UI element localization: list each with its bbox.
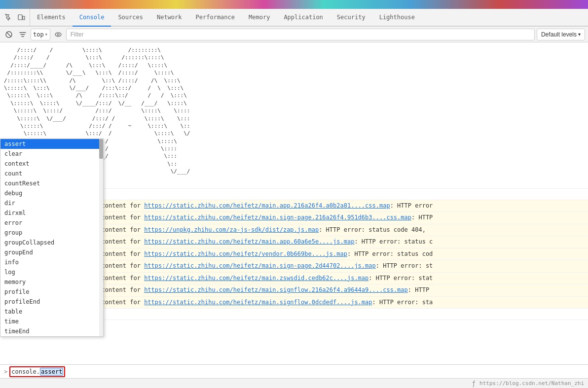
autocomplete-item[interactable]: count — [0, 169, 103, 178]
clear-console-button[interactable] — [3, 29, 15, 40]
tab-console[interactable]: Console — [73, 9, 111, 27]
error-link[interactable]: https://unpkg.zhihu.com/za-js-sdk/dist/z… — [144, 226, 319, 233]
input-prefix: console. — [11, 368, 40, 375]
device-toolbar-button[interactable] — [16, 12, 27, 23]
input-prompt: > — [4, 368, 7, 375]
main-content: /::::/ / \::::\ /::::::::\ /::::/ / \:::… — [0, 42, 588, 364]
autocomplete-item[interactable]: time — [0, 317, 103, 326]
autocomplete-item[interactable]: context — [0, 159, 103, 169]
tab-performance[interactable]: Performance — [189, 9, 242, 27]
tab-security[interactable]: Security — [330, 9, 372, 27]
tab-elements[interactable]: Elements — [30, 9, 73, 27]
autocomplete-item[interactable]: groupEnd — [0, 247, 103, 257]
autocomplete-item[interactable]: dir — [0, 198, 103, 208]
error-link[interactable]: https://static.zhihu.com/heifetz/main.si… — [144, 214, 411, 221]
error-link[interactable]: https://static.zhihu.com/heifetz/main.ap… — [144, 238, 354, 245]
context-value: top — [33, 31, 44, 38]
autocomplete-item[interactable]: dirxml — [0, 208, 103, 218]
autocomplete-item[interactable]: assert — [0, 139, 103, 149]
eye-button[interactable] — [52, 29, 64, 40]
console-toolbar: top ▾ Default levels ▾ — [0, 27, 588, 42]
autocomplete-item[interactable]: group — [0, 228, 103, 238]
tab-lighthouse[interactable]: Lighthouse — [372, 9, 422, 27]
tab-icons — [0, 9, 30, 26]
console-input-bar: > console.assert — [0, 364, 588, 378]
svg-rect-1 — [23, 16, 25, 20]
svg-point-5 — [57, 34, 59, 35]
input-highlighted-word: assert — [40, 368, 63, 376]
context-selector[interactable]: top ▾ — [31, 29, 50, 40]
devtools-tabs: Elements Console Sources Network Perform… — [0, 9, 588, 27]
log-levels-button[interactable]: Default levels ▾ — [537, 29, 585, 40]
autocomplete-item[interactable]: info — [0, 257, 103, 267]
error-link[interactable]: https://static.zhihu.com/heifetz/main.ap… — [144, 202, 390, 209]
autocomplete-list[interactable]: assertclearcontextcountcountResetdebugdi… — [0, 139, 104, 337]
chevron-down-icon: ▾ — [45, 32, 48, 37]
autocomplete-item[interactable]: debug — [0, 188, 103, 198]
autocomplete-item[interactable]: profile — [0, 287, 103, 297]
svg-point-4 — [55, 33, 61, 36]
error-link[interactable]: https://static.zhihu.com/heifetz/main.si… — [144, 299, 372, 306]
autocomplete-item[interactable]: error — [0, 218, 103, 228]
tab-application[interactable]: Application — [277, 9, 330, 27]
error-link[interactable]: https://static.zhihu.com/heifetz/main.zs… — [144, 275, 368, 282]
autocomplete-dropdown: assertclearcontextcountcountResetdebugdi… — [0, 139, 104, 337]
autocomplete-item[interactable]: countReset — [0, 178, 103, 188]
input-box[interactable]: console.assert — [9, 366, 65, 377]
error-link[interactable]: https://static.zhihu.com/heifetz/vendor.… — [144, 250, 347, 257]
error-link[interactable]: https://static.zhihu.com/heifetz/main.si… — [144, 262, 376, 269]
tab-network[interactable]: Network — [150, 9, 189, 27]
tab-sources[interactable]: Sources — [111, 9, 150, 27]
status-link[interactable]: https://blog.csdn.net/Nathan_zhi — [479, 380, 584, 387]
error-link[interactable]: https://static.zhihu.com/heifetz/main.si… — [144, 286, 408, 293]
autocomplete-item[interactable]: table — [0, 307, 103, 317]
svg-line-3 — [7, 33, 11, 36]
top-banner — [0, 0, 588, 9]
chevron-down-icon: ▾ — [578, 32, 581, 37]
scrollbar-thumb — [99, 139, 103, 159]
autocomplete-scrollbar[interactable] — [99, 139, 103, 336]
filter-toggle-button[interactable] — [17, 29, 29, 40]
autocomplete-item[interactable]: clear — [0, 149, 103, 159]
autocomplete-item[interactable]: profileEnd — [0, 297, 103, 307]
console-output[interactable]: /::::/ / \::::\ /::::::::\ /::::/ / \:::… — [0, 42, 588, 364]
filter-input[interactable] — [66, 29, 535, 40]
autocomplete-item[interactable]: groupCollapsed — [0, 238, 103, 247]
inspect-element-button[interactable] — [3, 12, 14, 23]
status-bar: ƒ https://blog.csdn.net/Nathan_zhi — [0, 378, 588, 388]
func-indicator: ƒ — [472, 380, 476, 387]
log-levels-label: Default levels — [541, 31, 577, 38]
svg-rect-0 — [18, 15, 22, 20]
autocomplete-item[interactable]: log — [0, 267, 103, 277]
tab-memory[interactable]: Memory — [242, 9, 277, 27]
autocomplete-item[interactable]: timeEnd — [0, 326, 103, 336]
autocomplete-item[interactable]: memory — [0, 277, 103, 287]
input-area[interactable]: console.assert — [9, 366, 65, 377]
